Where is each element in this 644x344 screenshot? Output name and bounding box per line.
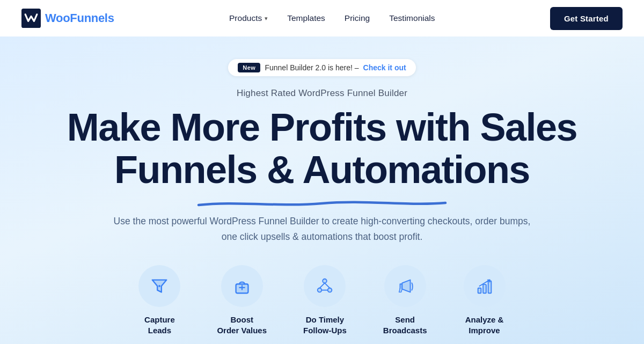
logo[interactable]: WooFunnels: [21, 9, 114, 28]
bag-icon: [232, 276, 252, 296]
feature-label: SendBroadcasts: [383, 314, 427, 336]
boost-order-icon-bg: [221, 265, 263, 307]
nav-item-testimonials[interactable]: Testimonials: [389, 13, 435, 23]
hero-description: Use the most powerful WordPress Funnel B…: [113, 214, 531, 245]
nav-item-pricing[interactable]: Pricing: [345, 13, 370, 23]
svg-point-5: [328, 288, 332, 292]
feature-broadcasts: SendBroadcasts: [383, 265, 427, 336]
feature-label: Do TimelyFollow-Ups: [303, 314, 347, 336]
feature-label: CaptureLeads: [144, 314, 175, 336]
svg-rect-9: [478, 288, 481, 294]
feature-analyze: Analyze &Improve: [464, 265, 506, 336]
hero-subtitle: Highest Rated WordPress Funnel Builder: [21, 88, 623, 99]
feature-followups: Do TimelyFollow-Ups: [303, 265, 347, 336]
logo-text: WooFunnels: [45, 11, 114, 25]
funnel-icon: [149, 276, 170, 296]
announcement-bar: New Funnel Builder 2.0 is here! – Check …: [228, 59, 415, 76]
svg-rect-0: [21, 9, 41, 28]
features-row: CaptureLeads BoostOrder Values: [21, 265, 623, 336]
feature-label: Analyze &Improve: [465, 314, 504, 336]
svg-point-4: [318, 288, 322, 292]
hero-title: Make More Profits with Sales Funnels & A…: [21, 106, 623, 191]
svg-line-7: [325, 283, 330, 288]
feature-boost-order: BoostOrder Values: [217, 265, 267, 336]
nav-item-products[interactable]: Products ▾: [229, 13, 268, 23]
announcement-link[interactable]: Check it out: [363, 63, 406, 72]
announcement-text: Funnel Builder 2.0 is here! –: [265, 63, 358, 72]
hero-underline: [193, 199, 451, 208]
feature-capture-leads: CaptureLeads: [138, 265, 180, 336]
chart-icon: [474, 276, 495, 296]
capture-leads-icon-bg: [138, 265, 180, 307]
navbar: WooFunnels Products ▾ Templates Pricing …: [0, 0, 644, 36]
svg-line-6: [320, 283, 325, 288]
feature-label: BoostOrder Values: [217, 314, 267, 336]
broadcasts-icon-bg: [384, 265, 426, 307]
nav-item-templates[interactable]: Templates: [287, 13, 325, 23]
followups-icon-bg: [304, 265, 346, 307]
new-badge: New: [238, 63, 260, 72]
hero-section: New Funnel Builder 2.0 is here! – Check …: [0, 36, 644, 344]
nav-links: Products ▾ Templates Pricing Testimonial…: [229, 13, 435, 23]
chevron-down-icon: ▾: [265, 15, 268, 22]
megaphone-icon: [395, 276, 415, 296]
network-icon: [314, 276, 335, 296]
analyze-icon-bg: [464, 265, 506, 307]
svg-rect-11: [488, 281, 491, 294]
svg-point-1: [159, 285, 161, 287]
svg-rect-10: [483, 284, 486, 293]
get-started-button[interactable]: Get Started: [550, 7, 623, 30]
svg-point-3: [323, 279, 327, 283]
